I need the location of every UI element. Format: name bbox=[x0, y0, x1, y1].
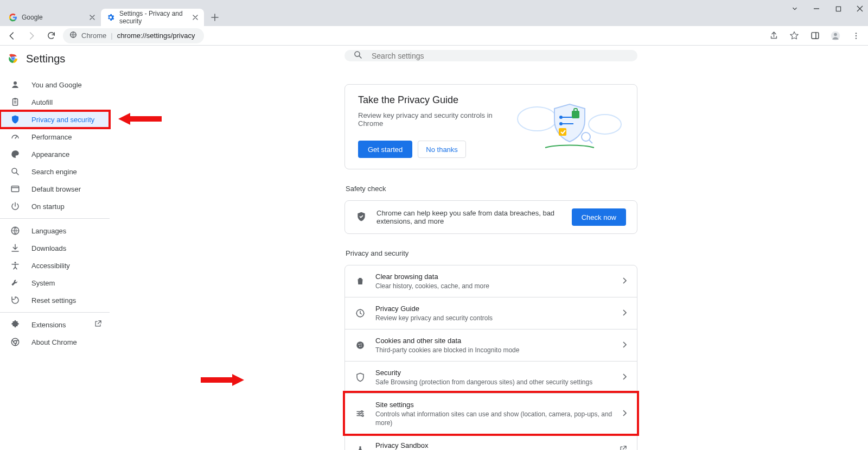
row-site-settings[interactable]: Site settingsControls what information s… bbox=[345, 393, 637, 434]
tab-settings-privacy[interactable]: Settings - Privacy and security bbox=[101, 9, 204, 26]
sidebar-item-languages[interactable]: Languages bbox=[0, 222, 110, 239]
globe-icon bbox=[10, 225, 21, 236]
forward-button[interactable] bbox=[24, 28, 39, 43]
settings-search[interactable] bbox=[344, 50, 637, 61]
sidebar-item-search-engine[interactable]: Search engine bbox=[0, 163, 110, 180]
chrome-menu-icon[interactable] bbox=[848, 28, 864, 43]
sidebar-item-system[interactable]: System bbox=[0, 274, 110, 291]
site-info-icon[interactable] bbox=[69, 31, 77, 40]
url-scheme: Chrome bbox=[81, 31, 106, 40]
settings-favicon-icon bbox=[106, 13, 115, 22]
chevron-right-icon bbox=[623, 373, 627, 382]
clipboard-icon bbox=[10, 97, 21, 107]
sidebar-item-on-startup[interactable]: On startup bbox=[0, 198, 110, 215]
browser-toolbar: Chrome | chrome://settings/privacy bbox=[0, 26, 868, 46]
sidebar-item-default-browser[interactable]: Default browser bbox=[0, 180, 110, 198]
chrome-outline-icon bbox=[10, 337, 21, 347]
svg-rect-29 bbox=[559, 128, 566, 136]
sidebar-item-label: On startup bbox=[31, 202, 65, 211]
row-cookies[interactable]: Cookies and other site dataThird-party c… bbox=[345, 329, 637, 361]
privacy-guide-card: Take the Privacy Guide Review key privac… bbox=[344, 84, 637, 169]
privacy-guide-subtitle: Review key privacy and security controls… bbox=[358, 111, 505, 128]
new-tab-button[interactable] bbox=[207, 10, 222, 25]
sidebar-item-label: Appearance bbox=[31, 150, 69, 159]
get-started-button[interactable]: Get started bbox=[358, 141, 412, 158]
close-window-icon[interactable] bbox=[855, 4, 865, 14]
svg-point-32 bbox=[356, 341, 364, 349]
settings-search-input[interactable] bbox=[371, 51, 629, 61]
settings-sidebar: You and Google Autofill Privacy and secu… bbox=[0, 46, 114, 450]
close-tab-icon[interactable] bbox=[191, 13, 200, 22]
sidebar-item-about-chrome[interactable]: About Chrome bbox=[0, 333, 110, 351]
svg-point-7 bbox=[856, 35, 857, 36]
power-icon bbox=[10, 201, 21, 212]
shield-outline-icon bbox=[355, 372, 366, 383]
tab-label: Google bbox=[22, 14, 43, 21]
sidebar-item-label: About Chrome bbox=[31, 338, 77, 346]
svg-point-24 bbox=[589, 115, 621, 134]
sidebar-item-label: You and Google bbox=[31, 81, 82, 89]
sidebar-item-appearance[interactable]: Appearance bbox=[0, 145, 110, 163]
restore-icon bbox=[10, 295, 21, 306]
settings-page: Settings You and Google Autofill Privacy… bbox=[0, 46, 868, 450]
svg-point-6 bbox=[856, 33, 857, 34]
svg-point-5 bbox=[834, 33, 837, 36]
side-panel-icon[interactable] bbox=[807, 28, 822, 43]
svg-point-12 bbox=[14, 81, 17, 85]
sidebar-item-label: Downloads bbox=[31, 244, 66, 252]
bookmark-star-icon[interactable] bbox=[787, 28, 802, 43]
sidebar-item-extensions[interactable]: Extensions bbox=[0, 316, 110, 333]
row-privacy-sandbox[interactable]: Privacy SandboxTrial features are off bbox=[345, 434, 637, 450]
flask-icon bbox=[355, 445, 366, 450]
sidebar-item-label: Privacy and security bbox=[31, 116, 94, 124]
chevron-down-icon[interactable] bbox=[790, 4, 800, 14]
sidebar-item-label: Reset settings bbox=[31, 296, 76, 305]
svg-point-23 bbox=[518, 107, 557, 131]
sidebar-item-accessibility[interactable]: Accessibility bbox=[0, 257, 110, 274]
svg-point-37 bbox=[361, 411, 363, 413]
row-security[interactable]: SecuritySafe Browsing (protection from d… bbox=[345, 361, 637, 393]
maximize-icon[interactable] bbox=[833, 4, 843, 14]
svg-point-38 bbox=[359, 413, 360, 415]
page-header: Settings bbox=[7, 52, 65, 65]
svg-point-39 bbox=[362, 415, 363, 416]
svg-point-22 bbox=[355, 52, 360, 56]
reload-button[interactable] bbox=[43, 28, 59, 43]
sidebar-item-label: Extensions bbox=[31, 321, 66, 329]
wrench-icon bbox=[10, 277, 21, 288]
check-now-button[interactable]: Check now bbox=[572, 208, 626, 226]
minimize-icon[interactable] bbox=[812, 4, 821, 14]
svg-point-26 bbox=[559, 122, 563, 125]
sidebar-item-label: System bbox=[31, 279, 55, 287]
address-bar[interactable]: Chrome | chrome://settings/privacy bbox=[63, 28, 204, 43]
svg-point-8 bbox=[856, 37, 857, 39]
row-clear-browsing-data[interactable]: Clear browsing dataClear history, cookie… bbox=[345, 265, 637, 297]
search-icon bbox=[353, 50, 363, 61]
share-icon[interactable] bbox=[766, 28, 781, 43]
chevron-right-icon bbox=[623, 309, 627, 318]
close-tab-icon[interactable] bbox=[88, 13, 97, 22]
tab-google[interactable]: Google bbox=[3, 9, 101, 26]
settings-main: Take the Privacy Guide Review key privac… bbox=[114, 46, 868, 450]
sidebar-item-you-and-google[interactable]: You and Google bbox=[0, 76, 110, 93]
privacy-security-list: Clear browsing dataClear history, cookie… bbox=[344, 265, 637, 450]
no-thanks-button[interactable]: No thanks bbox=[418, 141, 466, 158]
sidebar-item-reset-settings[interactable]: Reset settings bbox=[0, 291, 110, 309]
browser-window-icon bbox=[10, 183, 21, 194]
tab-label: Settings - Privacy and security bbox=[119, 10, 186, 25]
back-button[interactable] bbox=[4, 28, 20, 43]
svg-rect-13 bbox=[13, 99, 18, 105]
download-icon bbox=[10, 243, 21, 253]
sidebar-item-downloads[interactable]: Downloads bbox=[0, 239, 110, 257]
shield-icon bbox=[10, 114, 21, 125]
sidebar-item-performance[interactable]: Performance bbox=[0, 128, 110, 145]
sidebar-item-privacy-and-security[interactable]: Privacy and security bbox=[0, 111, 110, 128]
profile-avatar-icon[interactable] bbox=[828, 28, 843, 43]
row-privacy-guide[interactable]: Privacy GuideReview key privacy and secu… bbox=[345, 297, 637, 329]
svg-point-25 bbox=[559, 116, 563, 119]
compass-icon bbox=[355, 308, 366, 319]
sidebar-item-label: Performance bbox=[31, 133, 72, 141]
sidebar-item-autofill[interactable]: Autofill bbox=[0, 93, 110, 111]
safety-check-text: Chrome can help keep you safe from data … bbox=[376, 209, 562, 225]
svg-point-30 bbox=[582, 132, 590, 141]
